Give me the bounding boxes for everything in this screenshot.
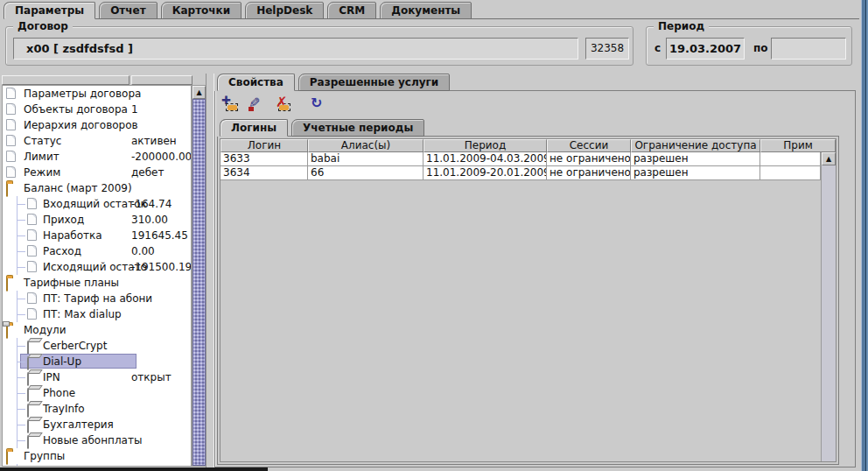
logins-tab-0[interactable]: Логины	[220, 119, 288, 137]
tree-item-Иерархия договоров[interactable]: Иерархия договоров	[3, 117, 191, 133]
period-to-field[interactable]	[771, 38, 846, 60]
table-cell: 3633	[220, 152, 308, 166]
table-row[interactable]: 3633babai11.01.2009-04.03.2009не огранич…	[220, 152, 821, 166]
tree-item-Лимит[interactable]: Лимит-200000.00	[3, 149, 191, 165]
tree-column-header-value[interactable]	[131, 75, 192, 85]
top-tab-0[interactable]: Параметры	[4, 2, 95, 19]
table-cell	[760, 152, 821, 166]
tree-item-Бухгалтерия[interactable]: Бухгалтерия	[3, 417, 191, 432]
tree-item-Dial-Up[interactable]: Dial-Up	[3, 354, 191, 369]
tree-guide-line	[17, 393, 25, 394]
top-tabbar: ПараметрыОтчетКарточкиHelpDeskCRMДокумен…	[4, 2, 859, 19]
scroll-up-icon[interactable]: ▲	[822, 152, 836, 165]
tree-item-Модули[interactable]: Модули	[3, 322, 191, 338]
tree-item-Объекты договора[interactable]: Объекты договора1	[3, 102, 191, 117]
tree-item-label: Иерархия договоров	[24, 117, 138, 133]
top-tab-4[interactable]: CRM	[327, 2, 376, 19]
folder-icon	[6, 325, 8, 339]
document-icon	[6, 151, 16, 162]
table-cell: не ограничено	[547, 166, 631, 180]
tree-guide-line	[17, 236, 25, 236]
logins-table-body: 3633babai11.01.2009-04.03.2009не огранич…	[220, 152, 836, 180]
tree-item-label: IPN	[43, 369, 60, 385]
logins-table-scrollbar[interactable]: ▲	[821, 152, 836, 461]
edit-login-icon[interactable]: ✎	[248, 95, 267, 114]
tree-item-Исходящий остато[interactable]: Исходящий остато-191500.19	[3, 259, 191, 275]
logins-scrollpane: ЛогинАлиас(ы)ПериодСессииОграничение дос…	[220, 138, 836, 462]
tree-scrollbar-thumb[interactable]	[192, 99, 206, 466]
top-tab-2[interactable]: Карточки	[161, 2, 242, 19]
module-panel: СвойстваРазрешенные услуги ✚✎✗↻ ЛогиныУч…	[214, 74, 856, 467]
tree-scrollbar[interactable]: ▲	[192, 85, 206, 467]
tree-item-Приход[interactable]: Приход310.00	[3, 212, 191, 228]
tree-item-Параметры договора[interactable]: Параметры договора	[3, 86, 191, 102]
module-tab-content: ✚✎✗↻ ЛогиныУчетные периоды ЛогинАлиас(ы)…	[214, 91, 856, 467]
tree-item-Баланс (март 2009)[interactable]: Баланс (март 2009)	[3, 180, 191, 196]
tree-item-Наработка[interactable]: Наработка191645.45	[3, 228, 191, 243]
tree-item-label: Приход	[43, 212, 84, 228]
tree-item-label: TrayInfo	[43, 401, 85, 417]
document-icon	[27, 245, 37, 257]
tree-item-value: -164.74	[131, 196, 172, 212]
column-header-Сессии[interactable]: Сессии	[547, 139, 631, 152]
column-header-Период[interactable]: Период	[424, 139, 547, 152]
tree-item-Статус[interactable]: Статусактивен	[3, 133, 191, 149]
period-from-field[interactable]: 19.03.2007	[666, 38, 745, 60]
tree-item-IPN[interactable]: IPNоткрыт	[3, 369, 191, 385]
tree-item-TrayInfo[interactable]: TrayInfo	[3, 401, 191, 417]
column-header-Ограничение доступа[interactable]: Ограничение доступа	[631, 139, 760, 152]
table-cell: babai	[308, 152, 424, 166]
tree-item-Тарифные планы[interactable]: Тарифные планы	[3, 275, 191, 291]
module-tab-1[interactable]: Разрешенные услуги	[298, 74, 450, 91]
tree-item-label: Баланс (март 2009)	[24, 180, 132, 196]
document-icon	[27, 229, 37, 241]
tree-item-label: Тарифные планы	[24, 275, 119, 291]
tree-item-value: 1	[131, 102, 138, 117]
delete-login-icon[interactable]: ✗	[274, 95, 293, 114]
contract-field[interactable]: x00 [ zsdfdsfsd ]	[13, 38, 578, 60]
tree-item-CerberCrypt[interactable]: CerberCrypt	[3, 338, 191, 354]
refresh-icon[interactable]: ↻	[309, 95, 328, 114]
tree-column-header-name[interactable]	[2, 75, 130, 85]
top-tab-1[interactable]: Отчет	[99, 2, 158, 19]
table-cell: разрешен	[631, 166, 760, 180]
table-row[interactable]: 36346611.01.2009-20.01.2009не ограничено…	[220, 166, 821, 180]
add-login-icon[interactable]: ✚	[221, 95, 241, 114]
tree-item-Группы[interactable]: Группы	[3, 448, 191, 464]
panel-splitter[interactable]	[206, 74, 214, 471]
table-cell: разрешен	[631, 152, 760, 166]
table-cell: не ограничено	[547, 152, 631, 166]
tree-guide-line	[17, 409, 25, 410]
table-cell: 11.01.2009-20.01.2009	[424, 166, 547, 180]
tree-guide-line	[17, 314, 25, 315]
module-tab-0[interactable]: Свойства	[217, 74, 295, 91]
tree-item-Входящий остаток[interactable]: Входящий остаток-164.74	[3, 196, 191, 212]
contract-groupbox: Договор x00 [ zsdfdsfsd ] 32358	[5, 26, 634, 66]
tree-item-label: Режим	[24, 165, 60, 180]
top-tab-5[interactable]: Документы	[380, 2, 472, 19]
tree-item-S[interactable]: S	[3, 464, 191, 467]
contract-id-field[interactable]: 32358	[585, 38, 629, 60]
module-box-icon	[27, 356, 29, 370]
tree-item-ПТ: Тариф на абони[interactable]: ПТ: Тариф на абони	[3, 291, 191, 306]
tree-item-label: ПТ: Тариф на абони	[43, 291, 152, 306]
red-x-glyph: ✗	[276, 94, 287, 110]
document-icon	[27, 214, 37, 225]
tree-guide-line	[17, 464, 18, 467]
tree-item-Расход[interactable]: Расход0.00	[3, 243, 191, 259]
tree-item-ПТ: Max dialup[interactable]: ПТ: Max dialup	[3, 306, 191, 322]
column-header-Алиас(ы)[interactable]: Алиас(ы)	[308, 139, 424, 152]
column-header-Прим[interactable]: Прим	[760, 139, 836, 152]
tree-item-Новые абонплаты[interactable]: Новые абонплаты	[3, 432, 191, 448]
period-groupbox: Период с 19.03.2007 по	[646, 26, 852, 66]
tree-item-Phone[interactable]: Phone	[3, 385, 191, 401]
period-group-title: Период	[654, 20, 709, 32]
column-header-Логин[interactable]: Логин	[220, 139, 308, 152]
logins-table-header: ЛогинАлиас(ы)ПериодСессииОграничение дос…	[220, 139, 836, 152]
document-icon	[6, 88, 16, 99]
logins-tab-1[interactable]: Учетные периоды	[291, 119, 424, 137]
scroll-up-icon[interactable]: ▲	[192, 86, 206, 99]
top-tab-3[interactable]: HelpDesk	[245, 2, 324, 19]
tree-item-label: Dial-Up	[43, 354, 81, 369]
tree-item-Режим[interactable]: Режимдебет	[3, 165, 191, 180]
